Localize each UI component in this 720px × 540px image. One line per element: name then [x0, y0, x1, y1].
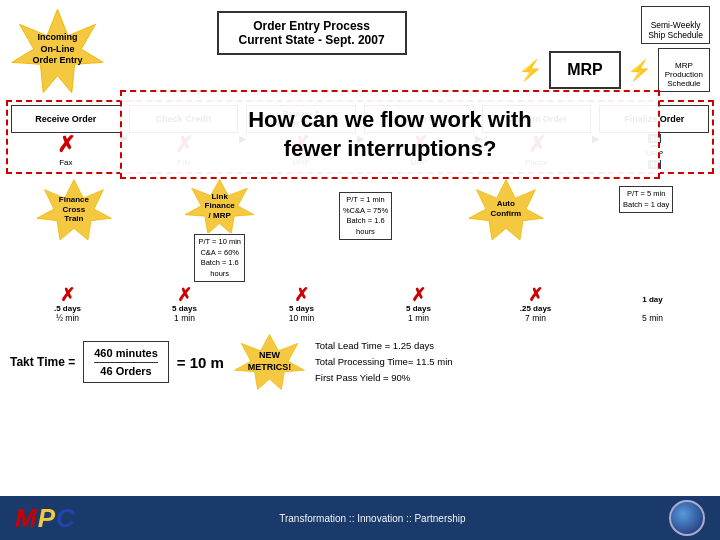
new-metrics-text: NEWMETRICS! [248, 350, 292, 373]
order-entry-box: Order Entry Process Current State - Sept… [217, 11, 407, 55]
overlay-question: How can we flow work with fewer interrup… [120, 90, 660, 179]
new-metrics-burst: NEWMETRICS! [232, 333, 307, 391]
mrp-box: MRP [549, 51, 621, 89]
x-receive: ✗ [57, 134, 75, 156]
improvement-pt-middle: P/T = 1 min%C&A = 75%Batch = 1.6hours [300, 178, 432, 240]
day-x-2: ✗ [177, 286, 192, 304]
improvement-pt-right: P/T = 5 minBatch = 1 day [580, 178, 712, 213]
bottom-bar: MPC Transformation :: Innovation :: Part… [0, 496, 720, 540]
day-label-2: 5 days [172, 304, 197, 313]
first-pass: First Pass Yield = 90% [315, 370, 710, 386]
globe-icon [669, 500, 705, 536]
process-step-receive: Receive Order ✗ Fax [11, 105, 121, 170]
time-1: ½ min [10, 313, 125, 323]
pt-box-middle: P/T = 1 min%C&A = 75%Batch = 1.6hours [339, 192, 392, 240]
tagline: Transformation :: Innovation :: Partners… [279, 513, 465, 524]
total-lead: Total Lead Time = 1.25 days [315, 338, 710, 354]
time-6: 5 min [595, 313, 710, 323]
improvement-auto-confirm: AutoConfirm [434, 178, 577, 240]
auto-confirm-text: AutoConfirm [490, 199, 521, 218]
mrp-area: ⚡ MRP ⚡ MRP Production Schedule [518, 48, 710, 92]
incoming-text: Incoming On-Line Order Entry [32, 32, 82, 67]
link-finance-star: Link Finance/ MRP [182, 178, 257, 233]
lightning-right: ⚡ [627, 60, 652, 80]
pt-box-right: P/T = 5 minBatch = 1 day [619, 186, 673, 213]
semi-weekly-box: Semi-Weekly Ship Schedule [641, 6, 710, 44]
lightning-left: ⚡ [518, 60, 543, 80]
day-item-3: ✗ 5 days [244, 286, 359, 313]
takt-value2: 46 Orders [94, 362, 158, 380]
footer-section: Takt Time = 460 minutes 46 Orders = 10 m… [0, 327, 720, 397]
equals-sign: = 10 m [177, 354, 224, 371]
takt-values-box: 460 minutes 46 Orders [83, 341, 169, 383]
time-4: 1 min [361, 313, 476, 323]
totals-text: Total Lead Time = 1.25 days Total Proces… [315, 338, 710, 386]
day-item-1: ✗ .5 days [10, 286, 125, 313]
day-item-6: 1 day [595, 295, 710, 304]
day-x-5: ✗ [528, 286, 543, 304]
times-row: ½ min 1 min 10 min 1 min 7 min 5 min [0, 313, 720, 323]
total-processing: Total Processing Time= 11.5 min [315, 354, 710, 370]
time-5: 7 min [478, 313, 593, 323]
tag-receive: Fax [57, 157, 74, 168]
day-x-3: ✗ [294, 286, 309, 304]
header-right: Semi-Weekly Ship Schedule ⚡ MRP ⚡ MRP Pr… [518, 6, 710, 92]
day-label-5: .25 days [520, 304, 552, 313]
header-row: Incoming On-Line Order Entry Order Entry… [0, 0, 720, 98]
day-item-5: ✗ .25 days [478, 286, 593, 313]
day-item-4: ✗ 5 days [361, 286, 476, 313]
days-row: ✗ .5 days ✗ 5 days ✗ 5 days ✗ 5 days ✗ .… [0, 286, 720, 313]
incoming-starburst: Incoming On-Line Order Entry [10, 6, 105, 94]
day-x-1: ✗ [60, 286, 75, 304]
improvements-row: FinanceCross Train Link Finance/ MRP P/T… [0, 176, 720, 284]
pt-box-link: P/T = 10 minC&A = 60%Batch = 1.6hours [194, 234, 245, 282]
improvement-link-finance: Link Finance/ MRP P/T = 10 minC&A = 60%B… [143, 178, 297, 282]
mrp-production-box: MRP Production Schedule [658, 48, 710, 92]
order-entry-header: Order Entry Process Current State - Sept… [105, 6, 518, 55]
day-item-2: ✗ 5 days [127, 286, 242, 313]
finance-cross-star: FinanceCross Train [35, 178, 113, 240]
mpc-logo: MPC [15, 503, 76, 534]
step-box-receive: Receive Order [11, 105, 121, 133]
day-x-4: ✗ [411, 286, 426, 304]
day-label-3: 5 days [289, 304, 314, 313]
mpc-logo-area: MPC [15, 503, 76, 534]
day-label-1: .5 days [54, 304, 81, 313]
auto-confirm-star: AutoConfirm [467, 178, 545, 240]
takt-label: Takt Time = [10, 355, 75, 369]
order-entry-subtitle: Current State - Sept. 2007 [239, 33, 385, 47]
day-label-6: 1 day [642, 295, 662, 304]
improvement-finance-cross: FinanceCross Train [8, 178, 140, 240]
time-2: 1 min [127, 313, 242, 323]
main-container: Incoming On-Line Order Entry Order Entry… [0, 0, 720, 540]
link-finance-text: Link Finance/ MRP [201, 191, 239, 220]
order-entry-title: Order Entry Process [239, 19, 385, 33]
time-3: 10 min [244, 313, 359, 323]
day-label-4: 5 days [406, 304, 431, 313]
takt-value1: 460 minutes [94, 345, 158, 362]
finance-cross-text: FinanceCross Train [54, 195, 93, 224]
